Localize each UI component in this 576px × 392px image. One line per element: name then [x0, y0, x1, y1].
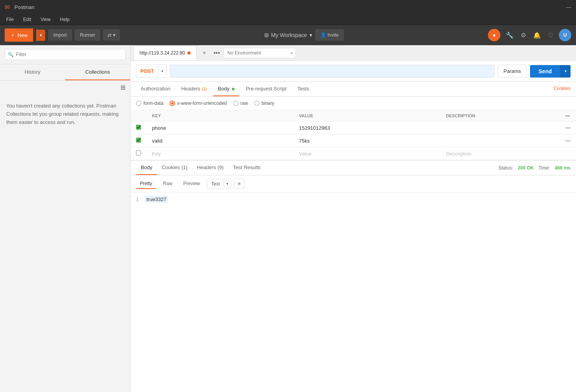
user-avatar-blue[interactable]: U [559, 29, 571, 41]
row1-more[interactable]: ••• [560, 122, 576, 134]
format-pretty[interactable]: Pretty [136, 179, 156, 189]
wrench-icon[interactable]: 🔧 [504, 30, 515, 41]
new-dropdown-button[interactable]: ▾ [36, 30, 45, 41]
filter-input[interactable] [5, 49, 125, 60]
row2-desc[interactable] [440, 134, 560, 147]
runner-button[interactable]: Runner [75, 30, 100, 41]
row1-value[interactable]: 15291012963 [293, 122, 440, 134]
row2-value[interactable]: 75ks [293, 134, 440, 147]
add-tab-button[interactable]: ＋ [198, 47, 210, 58]
tab-collections[interactable]: Collections [65, 64, 130, 80]
sidebar: 🔍 History Collections ⊞ You haven't crea… [0, 45, 131, 392]
import-button[interactable]: Import [48, 30, 72, 41]
new-row-checkbox[interactable] [136, 150, 141, 155]
col-header-desc: DESCRIPTION [440, 110, 560, 122]
tab-body[interactable]: Body [213, 82, 239, 96]
cookies-link[interactable]: Cookies [554, 82, 571, 96]
row1-checkbox[interactable] [136, 125, 141, 130]
new-button[interactable]: ＋ New [5, 28, 33, 42]
params-table-wrap: KEY VALUE DESCRIPTION ••• phone 15291012… [131, 110, 576, 160]
table-row: phone 15291012963 ••• [131, 122, 576, 134]
request-panel: http://119.3.24.222:80 ＋ ••• ▾ POST ▾ Pa… [131, 45, 576, 392]
tab-history[interactable]: History [0, 64, 65, 80]
row2-more[interactable]: ••• [560, 134, 576, 147]
row2-key[interactable]: valid [147, 134, 293, 147]
new-row-value[interactable]: Value [293, 147, 440, 160]
invite-icon: 👤 [320, 32, 326, 38]
response-tab-body[interactable]: Body [136, 161, 157, 175]
heart-icon[interactable]: ♡ [546, 30, 555, 41]
format-raw[interactable]: Raw [159, 179, 176, 189]
headers-badge: (1) [202, 87, 207, 91]
format-preview[interactable]: Preview [179, 179, 204, 189]
more-tabs-button[interactable]: ••• [212, 48, 222, 58]
menu-file[interactable]: File [5, 16, 15, 23]
menu-view[interactable]: View [39, 16, 52, 23]
menu-edit[interactable]: Edit [21, 16, 33, 23]
menu-help[interactable]: Help [58, 16, 71, 23]
x-www-option[interactable]: x-www-form-urlencoded [170, 101, 226, 106]
form-data-radio[interactable] [136, 101, 141, 106]
url-bar: POST ▾ Params Send ▾ [131, 61, 576, 82]
row1-key[interactable]: phone [147, 122, 293, 134]
wrap-icon-button[interactable]: ≡ [234, 178, 244, 189]
add-collection-button[interactable]: ⊞ [120, 84, 125, 91]
format-type-dropdown-icon[interactable]: ▾ [224, 180, 231, 188]
settings-icon[interactable]: ⚙ [519, 30, 528, 41]
response-headers-label: Headers [197, 164, 216, 170]
minimize-button[interactable]: — [566, 4, 571, 10]
window-controls[interactable]: — [566, 4, 571, 10]
table-row: valid 75ks ••• [131, 134, 576, 147]
tab-headers[interactable]: Headers (1) [177, 82, 212, 96]
new-row-checkbox-cell[interactable] [131, 147, 147, 160]
form-data-option[interactable]: form-data [136, 101, 163, 106]
response-tab-cookies[interactable]: Cookies (1) [157, 161, 192, 175]
api-dropdown-icon: ▾ [113, 32, 115, 38]
menu-bar: File Edit View Help [0, 14, 576, 25]
workspace-button[interactable]: ⊞ My Workspace ▾ [264, 32, 312, 38]
send-dropdown-button[interactable]: ▾ [560, 65, 571, 78]
response-tab-headers[interactable]: Headers (9) [192, 161, 228, 175]
user-avatar-orange[interactable]: ● [488, 29, 500, 41]
binary-radio[interactable] [254, 101, 260, 106]
tab-pre-request[interactable]: Pre-request Script [241, 82, 291, 96]
body-active-dot [232, 88, 235, 90]
sidebar-tabs: History Collections [0, 64, 130, 81]
tab-tests[interactable]: Tests [293, 82, 314, 96]
row1-checkbox-cell[interactable] [131, 122, 147, 134]
binary-option[interactable]: binary [254, 101, 274, 106]
status-label: Status: [498, 165, 513, 171]
postman-logo-icon: ✉ [5, 4, 10, 11]
params-button[interactable]: Params [498, 65, 527, 78]
request-tab[interactable]: http://119.3.24.222:80 [134, 46, 196, 60]
response-panel: Body Cookies (1) Headers (9) Test Result… [131, 160, 576, 206]
new-row-key[interactable]: Key [147, 147, 293, 160]
invite-label: Invite [327, 32, 339, 38]
tab-authorization[interactable]: Authorization [136, 82, 175, 96]
toolbar-right: ● 🔧 ⚙ 🔔 ♡ U [488, 29, 571, 41]
response-body: 1 true3327 [131, 192, 576, 206]
row1-desc[interactable] [440, 122, 560, 134]
new-button-label: New [18, 32, 28, 38]
invite-button[interactable]: 👤 Invite [315, 30, 344, 41]
title-bar: ✉ Postman — [0, 0, 576, 14]
send-button[interactable]: Send [530, 65, 560, 78]
line-number: 1 [136, 196, 139, 202]
response-tab-test-results[interactable]: Test Results [228, 161, 265, 175]
x-www-radio[interactable] [170, 101, 175, 106]
environment-selector[interactable] [223, 48, 296, 58]
row2-checkbox-cell[interactable] [131, 134, 147, 147]
raw-option[interactable]: raw [233, 101, 248, 106]
bell-icon[interactable]: 🔔 [532, 30, 542, 41]
url-input[interactable] [170, 65, 495, 78]
api-button[interactable]: ⇄ ▾ [103, 30, 120, 41]
format-type-select[interactable]: Text ▾ [207, 179, 231, 189]
sidebar-empty-message: You haven't created any collections yet.… [0, 94, 130, 134]
row2-checkbox[interactable] [136, 138, 141, 143]
new-row-desc[interactable]: Description [440, 147, 560, 160]
raw-label: raw [240, 101, 248, 106]
params-table: KEY VALUE DESCRIPTION ••• phone 15291012… [131, 110, 576, 160]
method-dropdown-icon[interactable]: ▾ [158, 66, 166, 76]
raw-radio[interactable] [233, 101, 239, 106]
body-label: Body [218, 86, 230, 92]
